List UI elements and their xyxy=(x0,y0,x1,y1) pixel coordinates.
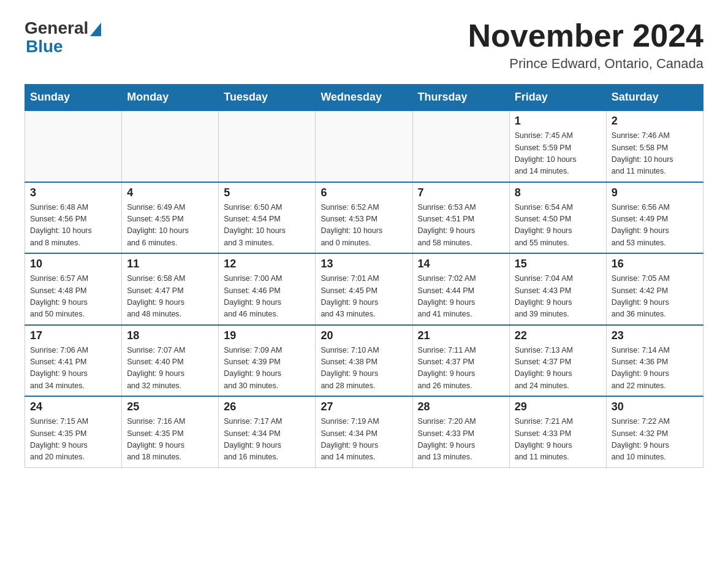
day-info: Sunrise: 7:19 AMSunset: 4:34 PMDaylight:… xyxy=(320,416,407,464)
day-number: 1 xyxy=(515,115,601,128)
calendar-cell: 18Sunrise: 7:07 AMSunset: 4:40 PMDayligh… xyxy=(122,325,219,397)
week-row-4: 17Sunrise: 7:06 AMSunset: 4:41 PMDayligh… xyxy=(25,325,703,397)
logo-triangle-icon xyxy=(90,23,101,36)
day-info: Sunrise: 7:45 AMSunset: 5:59 PMDaylight:… xyxy=(515,130,601,178)
day-number: 2 xyxy=(612,115,698,128)
calendar-cell: 6Sunrise: 6:52 AMSunset: 4:53 PMDaylight… xyxy=(316,182,412,254)
day-info: Sunrise: 7:21 AMSunset: 4:33 PMDaylight:… xyxy=(515,416,601,464)
calendar-cell: 10Sunrise: 6:57 AMSunset: 4:48 PMDayligh… xyxy=(25,253,122,325)
day-info: Sunrise: 7:00 AMSunset: 4:46 PMDaylight:… xyxy=(224,273,310,321)
calendar-cell xyxy=(412,110,509,182)
day-info: Sunrise: 7:14 AMSunset: 4:36 PMDaylight:… xyxy=(612,345,698,393)
calendar-cell xyxy=(316,110,412,182)
title-area: November 2024 Prince Edward, Ontario, Ca… xyxy=(468,18,703,72)
day-info: Sunrise: 6:52 AMSunset: 4:53 PMDaylight:… xyxy=(320,202,407,250)
logo-blue-text: Blue xyxy=(26,37,63,56)
day-number: 7 xyxy=(418,186,504,199)
calendar-cell: 4Sunrise: 6:49 AMSunset: 4:55 PMDaylight… xyxy=(122,182,219,254)
header-wednesday: Wednesday xyxy=(316,85,412,111)
day-info: Sunrise: 7:15 AMSunset: 4:35 PMDaylight:… xyxy=(30,416,116,464)
day-number: 25 xyxy=(127,400,213,413)
calendar-cell: 29Sunrise: 7:21 AMSunset: 4:33 PMDayligh… xyxy=(509,396,606,467)
day-number: 26 xyxy=(224,400,310,413)
day-info: Sunrise: 7:10 AMSunset: 4:38 PMDaylight:… xyxy=(320,345,407,393)
calendar-cell: 23Sunrise: 7:14 AMSunset: 4:36 PMDayligh… xyxy=(606,325,703,397)
day-number: 4 xyxy=(127,186,213,199)
day-info: Sunrise: 6:53 AMSunset: 4:51 PMDaylight:… xyxy=(418,202,504,250)
day-number: 22 xyxy=(515,329,601,342)
day-info: Sunrise: 7:04 AMSunset: 4:43 PMDaylight:… xyxy=(515,273,601,321)
calendar-cell: 11Sunrise: 6:58 AMSunset: 4:47 PMDayligh… xyxy=(122,253,219,325)
calendar-cell: 2Sunrise: 7:46 AMSunset: 5:58 PMDaylight… xyxy=(606,110,703,182)
day-info: Sunrise: 7:46 AMSunset: 5:58 PMDaylight:… xyxy=(612,130,698,178)
calendar-cell xyxy=(25,110,122,182)
calendar-cell: 17Sunrise: 7:06 AMSunset: 4:41 PMDayligh… xyxy=(25,325,122,397)
calendar-cell: 5Sunrise: 6:50 AMSunset: 4:54 PMDaylight… xyxy=(219,182,316,254)
day-info: Sunrise: 7:11 AMSunset: 4:37 PMDaylight:… xyxy=(418,345,504,393)
day-number: 10 xyxy=(30,258,116,270)
day-number: 12 xyxy=(224,258,310,270)
day-number: 6 xyxy=(320,186,407,199)
header-tuesday: Tuesday xyxy=(219,85,316,111)
week-row-1: 1Sunrise: 7:45 AMSunset: 5:59 PMDaylight… xyxy=(25,110,703,182)
calendar-cell: 15Sunrise: 7:04 AMSunset: 4:43 PMDayligh… xyxy=(509,253,606,325)
calendar-cell xyxy=(122,110,219,182)
header-saturday: Saturday xyxy=(606,85,703,111)
calendar-cell: 14Sunrise: 7:02 AMSunset: 4:44 PMDayligh… xyxy=(412,253,509,325)
day-info: Sunrise: 7:13 AMSunset: 4:37 PMDaylight:… xyxy=(515,345,601,393)
day-number: 3 xyxy=(30,186,116,199)
calendar-cell: 24Sunrise: 7:15 AMSunset: 4:35 PMDayligh… xyxy=(25,396,122,467)
day-number: 15 xyxy=(515,258,601,270)
day-number: 21 xyxy=(418,329,504,342)
day-info: Sunrise: 7:20 AMSunset: 4:33 PMDaylight:… xyxy=(418,416,504,464)
day-number: 5 xyxy=(224,186,310,199)
day-info: Sunrise: 7:22 AMSunset: 4:32 PMDaylight:… xyxy=(612,416,698,464)
day-number: 20 xyxy=(320,329,407,342)
day-number: 24 xyxy=(30,400,116,413)
day-number: 23 xyxy=(612,329,698,342)
day-number: 11 xyxy=(127,258,213,270)
calendar-cell: 27Sunrise: 7:19 AMSunset: 4:34 PMDayligh… xyxy=(316,396,412,467)
week-row-5: 24Sunrise: 7:15 AMSunset: 4:35 PMDayligh… xyxy=(25,396,703,467)
calendar-cell: 28Sunrise: 7:20 AMSunset: 4:33 PMDayligh… xyxy=(412,396,509,467)
day-info: Sunrise: 6:58 AMSunset: 4:47 PMDaylight:… xyxy=(127,273,213,321)
day-info: Sunrise: 7:16 AMSunset: 4:35 PMDaylight:… xyxy=(127,416,213,464)
calendar-cell: 22Sunrise: 7:13 AMSunset: 4:37 PMDayligh… xyxy=(509,325,606,397)
day-info: Sunrise: 6:50 AMSunset: 4:54 PMDaylight:… xyxy=(224,202,310,250)
calendar-cell: 8Sunrise: 6:54 AMSunset: 4:50 PMDaylight… xyxy=(509,182,606,254)
calendar-cell: 25Sunrise: 7:16 AMSunset: 4:35 PMDayligh… xyxy=(122,396,219,467)
day-number: 16 xyxy=(612,258,698,270)
day-info: Sunrise: 7:05 AMSunset: 4:42 PMDaylight:… xyxy=(612,273,698,321)
day-info: Sunrise: 6:48 AMSunset: 4:56 PMDaylight:… xyxy=(30,202,116,250)
calendar-cell: 13Sunrise: 7:01 AMSunset: 4:45 PMDayligh… xyxy=(316,253,412,325)
day-number: 29 xyxy=(515,400,601,413)
day-number: 8 xyxy=(515,186,601,199)
day-number: 28 xyxy=(418,400,504,413)
calendar-cell: 30Sunrise: 7:22 AMSunset: 4:32 PMDayligh… xyxy=(606,396,703,467)
calendar-cell: 3Sunrise: 6:48 AMSunset: 4:56 PMDaylight… xyxy=(25,182,122,254)
day-number: 18 xyxy=(127,329,213,342)
calendar-cell: 20Sunrise: 7:10 AMSunset: 4:38 PMDayligh… xyxy=(316,325,412,397)
calendar-cell: 1Sunrise: 7:45 AMSunset: 5:59 PMDaylight… xyxy=(509,110,606,182)
calendar-cell xyxy=(219,110,316,182)
day-info: Sunrise: 7:01 AMSunset: 4:45 PMDaylight:… xyxy=(320,273,407,321)
calendar-cell: 26Sunrise: 7:17 AMSunset: 4:34 PMDayligh… xyxy=(219,396,316,467)
calendar-table: SundayMondayTuesdayWednesdayThursdayFrid… xyxy=(25,84,703,468)
month-title: November 2024 xyxy=(468,18,703,53)
calendar-cell: 16Sunrise: 7:05 AMSunset: 4:42 PMDayligh… xyxy=(606,253,703,325)
logo-general-text: General xyxy=(25,18,88,38)
calendar-cell: 9Sunrise: 6:56 AMSunset: 4:49 PMDaylight… xyxy=(606,182,703,254)
location-title: Prince Edward, Ontario, Canada xyxy=(468,56,703,72)
day-info: Sunrise: 6:57 AMSunset: 4:48 PMDaylight:… xyxy=(30,273,116,321)
day-number: 13 xyxy=(320,258,407,270)
header-thursday: Thursday xyxy=(412,85,509,111)
day-number: 9 xyxy=(612,186,698,199)
day-info: Sunrise: 7:07 AMSunset: 4:40 PMDaylight:… xyxy=(127,345,213,393)
logo: General Blue xyxy=(25,18,101,56)
calendar-cell: 21Sunrise: 7:11 AMSunset: 4:37 PMDayligh… xyxy=(412,325,509,397)
day-info: Sunrise: 7:09 AMSunset: 4:39 PMDaylight:… xyxy=(224,345,310,393)
day-number: 30 xyxy=(612,400,698,413)
day-info: Sunrise: 6:49 AMSunset: 4:55 PMDaylight:… xyxy=(127,202,213,250)
calendar-cell: 7Sunrise: 6:53 AMSunset: 4:51 PMDaylight… xyxy=(412,182,509,254)
day-info: Sunrise: 7:17 AMSunset: 4:34 PMDaylight:… xyxy=(224,416,310,464)
